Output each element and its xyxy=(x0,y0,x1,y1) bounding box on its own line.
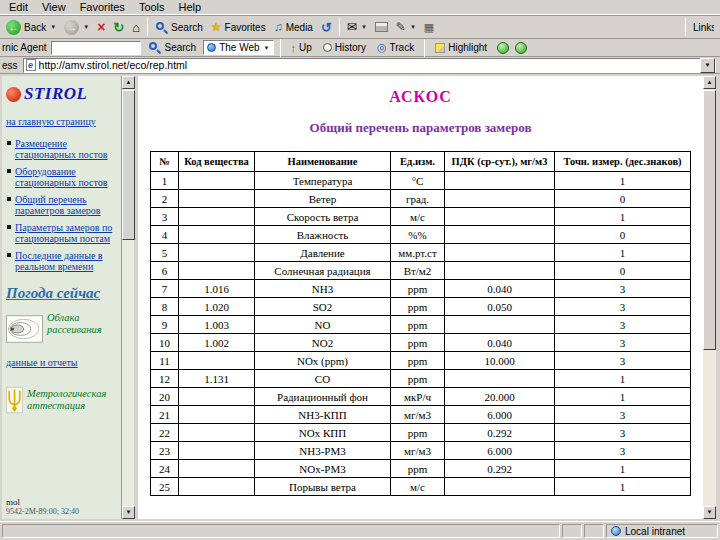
table-cell: 6.000 xyxy=(445,406,555,424)
bullet-icon xyxy=(7,169,11,173)
table-cell: 2 xyxy=(151,190,179,208)
table-row: 21 NH3-КППмг/м36.0003 xyxy=(151,406,691,424)
menu-item-help[interactable]: Help xyxy=(172,0,209,15)
links-toolbar[interactable]: Links xyxy=(689,16,718,38)
scroll-down-button[interactable]: ▼ xyxy=(703,506,716,519)
sidebar-link[interactable]: Последние данные в реальном времени xyxy=(15,250,119,273)
table-cell xyxy=(179,244,255,262)
history-button[interactable]: ↺ xyxy=(317,16,336,38)
table-cell: 1 xyxy=(555,478,691,496)
scroll-up-button[interactable]: ▲ xyxy=(122,76,135,89)
sidebar-link[interactable]: Параметры замеров по стационарным постам xyxy=(15,222,119,245)
table-cell: 22 xyxy=(151,424,179,442)
search-button[interactable]: Search xyxy=(151,16,207,38)
sidebar-weather-link[interactable]: Погода сейчас xyxy=(6,285,100,302)
sidebar-reports-link[interactable]: данные и отчеты xyxy=(6,357,78,369)
refresh-button[interactable]: ↻ xyxy=(109,16,128,38)
table-cell: мкР/ч xyxy=(391,388,445,406)
agent-up-label: Up xyxy=(299,42,312,53)
table-cell: 3 xyxy=(555,424,691,442)
sidebar-nav-item: Параметры замеров по стационарным постам xyxy=(7,222,119,245)
favorites-icon: ★ xyxy=(211,20,222,34)
search-agent-toolbar: rnic Agent Search The Web ▼ ↑ Up History… xyxy=(0,39,720,57)
table-cell xyxy=(179,190,255,208)
media-icon: ♫ xyxy=(274,20,283,34)
table-cell: 1 xyxy=(555,388,691,406)
sidebar-scrollbar[interactable]: ▲ ▼ xyxy=(121,76,134,519)
home-button[interactable]: ⌂ xyxy=(128,16,144,38)
links-label: Links xyxy=(693,22,714,33)
table-cell: мг/м3 xyxy=(391,442,445,460)
table-cell: 3 xyxy=(151,208,179,226)
stirol-logo[interactable]: STIROL xyxy=(6,84,119,104)
discuss-button[interactable]: ▦ xyxy=(420,16,438,38)
agent-track-button[interactable]: ◎ Track xyxy=(373,40,418,56)
edit-dropdown-icon[interactable]: ▼ xyxy=(410,24,416,30)
back-button[interactable]: ← Back ▼ xyxy=(2,16,60,38)
table-cell: NO2 xyxy=(255,334,391,352)
address-dropdown-button[interactable]: ▼ xyxy=(700,58,715,73)
bullet-icon xyxy=(7,253,11,257)
menu-item-tools[interactable]: Tools xyxy=(132,0,172,15)
table-cell xyxy=(179,442,255,460)
table-cell: 1 xyxy=(151,172,179,190)
toolbar-separator xyxy=(280,39,281,57)
mail-dropdown-icon[interactable]: ▼ xyxy=(361,24,367,30)
table-cell: 5 xyxy=(151,244,179,262)
menu-item-view[interactable]: View xyxy=(35,0,73,15)
media-button[interactable]: ♫ Media xyxy=(270,16,317,38)
url-input[interactable] xyxy=(39,59,697,72)
menu-item-favorites[interactable]: Favorites xyxy=(73,0,132,15)
mail-button[interactable]: ✉ ▼ xyxy=(343,16,371,38)
table-cell: 9 xyxy=(151,316,179,334)
table-cell: 1 xyxy=(555,370,691,388)
table-cell: 0.040 xyxy=(445,334,555,352)
clouds-caption[interactable]: Облака рассеивания xyxy=(47,312,119,336)
table-cell: NOx (ppm) xyxy=(255,352,391,370)
menu-item-edit[interactable]: Edit xyxy=(2,0,35,15)
back-dropdown-icon[interactable]: ▼ xyxy=(50,24,56,30)
main-scrollbar[interactable]: ▲ ▼ xyxy=(703,76,716,519)
agent-orb-icon[interactable] xyxy=(515,42,527,54)
table-cell: NH3-КПП xyxy=(255,406,391,424)
toolbar-separator xyxy=(424,39,425,57)
toolbar-separator xyxy=(147,18,148,36)
print-icon xyxy=(375,22,388,32)
sidebar-home-link[interactable]: на главную страницу xyxy=(6,116,96,128)
table-row: 25 Порывы ветрам/с 1 xyxy=(151,478,691,496)
agent-highlight-button[interactable]: Highlight xyxy=(431,40,491,56)
standard-buttons-toolbar: ← Back ▼ → ▼ × ↻ ⌂ Search ★ Favorites ♫ … xyxy=(0,15,720,39)
table-cell xyxy=(445,226,555,244)
table-cell xyxy=(445,478,555,496)
sidebar-link[interactable]: Общий перечень параметров замеров xyxy=(15,194,119,217)
agent-history-button[interactable]: History xyxy=(319,40,370,56)
stop-button[interactable]: × xyxy=(93,16,109,38)
table-cell xyxy=(445,244,555,262)
agent-engine-select[interactable]: The Web ▼ xyxy=(203,40,273,55)
favorites-button[interactable]: ★ Favorites xyxy=(207,16,270,38)
agent-orb-icon[interactable] xyxy=(497,42,509,54)
scroll-down-button[interactable]: ▼ xyxy=(122,506,135,519)
stirol-logo-icon xyxy=(6,87,21,102)
forward-dropdown-icon[interactable]: ▼ xyxy=(83,24,89,30)
agent-up-button[interactable]: ↑ Up xyxy=(287,40,316,56)
agent-search-button[interactable]: Search xyxy=(144,40,200,56)
security-zone-pane: Local intranet xyxy=(606,524,718,538)
address-field[interactable]: e ▼ xyxy=(23,58,716,73)
bullet-icon xyxy=(7,141,11,145)
scrollbar-thumb[interactable] xyxy=(122,90,135,240)
status-pane xyxy=(562,524,582,538)
agent-search-input[interactable] xyxy=(51,41,141,55)
sidebar-link[interactable]: Оборудование стационарных постов xyxy=(15,166,119,189)
dispersion-clouds-image[interactable] xyxy=(6,312,43,346)
table-cell: ppm xyxy=(391,334,445,352)
table-header-row: №Код веществаНаименованиеЕд.изм.ПДК (ср-… xyxy=(151,152,691,172)
edit-button[interactable]: ✎ ▼ xyxy=(392,16,420,38)
table-cell: 3 xyxy=(555,334,691,352)
scroll-up-button[interactable]: ▲ xyxy=(703,76,716,89)
page-icon: e xyxy=(26,59,36,71)
print-button[interactable] xyxy=(371,16,392,38)
scrollbar-thumb[interactable] xyxy=(703,90,716,350)
forward-button[interactable]: → ▼ xyxy=(60,16,93,38)
sidebar-link[interactable]: Размещение стационарных постов xyxy=(15,138,119,161)
